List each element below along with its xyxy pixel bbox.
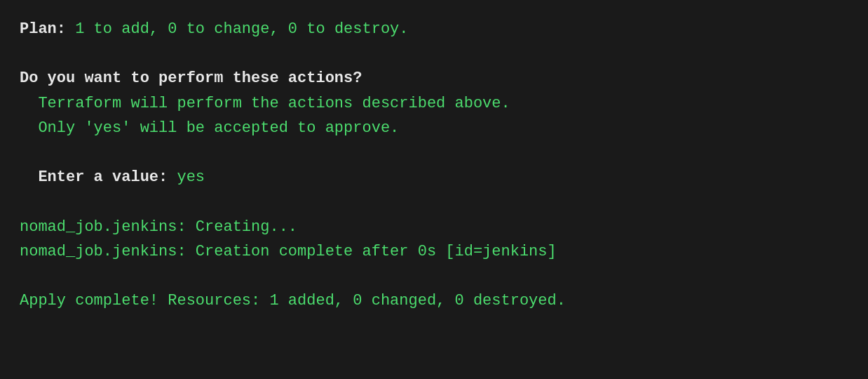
spacer-3 <box>20 190 848 214</box>
info-line-1: Terraform will perform the actions descr… <box>20 91 848 116</box>
apply-complete-line: Apply complete! Resources: 1 added, 0 ch… <box>20 288 848 313</box>
spacer-2 <box>20 140 848 165</box>
plan-label: Plan: <box>20 20 66 38</box>
question-line: Do you want to perform these actions? <box>20 66 848 91</box>
plan-line: Plan: 1 to add, 0 to change, 0 to destro… <box>20 17 848 41</box>
terminal-output: Plan: 1 to add, 0 to change, 0 to destro… <box>20 17 848 313</box>
enter-value-label: Enter a value: <box>20 168 177 186</box>
enter-value-input: yes <box>177 168 205 186</box>
enter-value-line: Enter a value: yes <box>20 165 848 190</box>
spacer-4 <box>20 264 848 288</box>
creation-complete-line: nomad_job.jenkins: Creation complete aft… <box>20 239 848 264</box>
info-line-2: Only 'yes' will be accepted to approve. <box>20 116 848 140</box>
plan-value: 1 to add, 0 to change, 0 to destroy. <box>66 20 408 38</box>
spacer-1 <box>20 41 848 66</box>
creating-line: nomad_job.jenkins: Creating... <box>20 215 848 239</box>
